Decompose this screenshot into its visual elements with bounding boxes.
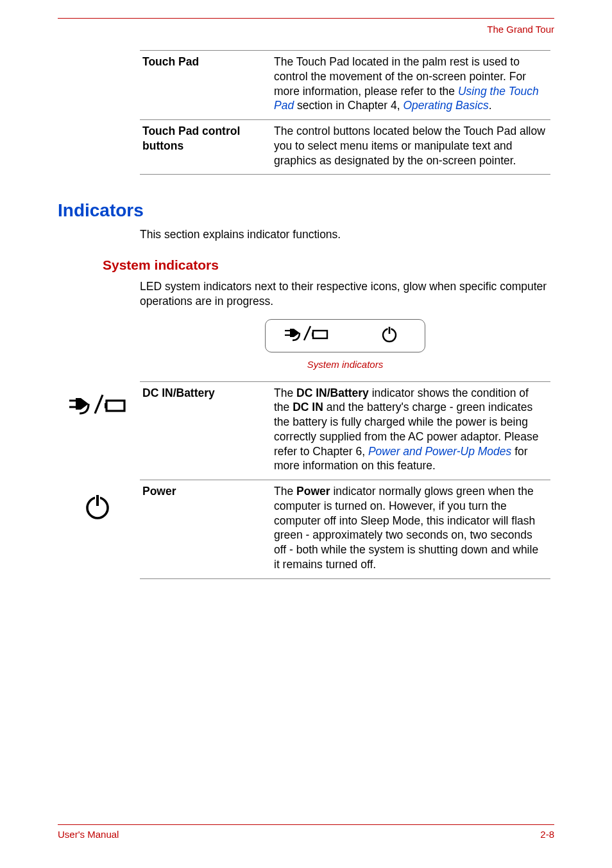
power-icon: [380, 325, 399, 347]
footer-left: User's Manual: [58, 829, 119, 840]
indicators-table: DC IN/Battery The DC IN/Battery indicato…: [58, 381, 550, 579]
power-desc: The Power indicator normally glows green…: [271, 480, 550, 579]
power-label: Power: [140, 480, 271, 579]
running-head: The Grand Tour: [58, 24, 554, 35]
dc-in-battery-icon: [284, 325, 330, 347]
link-power-modes[interactable]: Power and Power-Up Modes: [368, 445, 511, 458]
power-icon: [58, 480, 140, 579]
dc-in-battery-label: DC IN/Battery: [140, 381, 271, 480]
svg-line-12: [95, 395, 103, 413]
svg-rect-13: [106, 401, 124, 411]
dc-in-battery-desc: The DC IN/Battery indicator shows the co…: [271, 381, 550, 480]
touchpad-buttons-label: Touch Pad control buttons: [140, 120, 271, 175]
touchpad-definitions-table: Touch Pad The Touch Pad located in the p…: [140, 50, 550, 175]
svg-line-3: [304, 326, 310, 340]
svg-rect-5: [312, 333, 314, 336]
dc-in-battery-icon: [58, 381, 140, 480]
link-operating-basics[interactable]: Operating Basics: [403, 99, 488, 112]
touchpad-buttons-desc: The control buttons located below the To…: [271, 120, 550, 175]
svg-rect-14: [105, 403, 107, 408]
svg-rect-2: [290, 329, 294, 337]
touchpad-desc: The Touch Pad located in the palm rest i…: [271, 51, 550, 120]
page-footer: User's Manual 2-8: [58, 824, 554, 840]
svg-rect-11: [76, 398, 81, 410]
figure-caption: System indicators: [140, 359, 550, 370]
system-indicators-figure: [265, 319, 426, 352]
system-indicators-intro: LED system indicators next to their resp…: [140, 279, 550, 309]
svg-rect-4: [313, 331, 327, 338]
footer-page-number: 2-8: [540, 829, 554, 840]
subheading-system-indicators: System indicators: [103, 257, 554, 273]
indicators-intro: This section explains indicator function…: [140, 227, 550, 242]
section-heading-indicators: Indicators: [58, 200, 554, 221]
touchpad-label: Touch Pad: [140, 51, 271, 120]
